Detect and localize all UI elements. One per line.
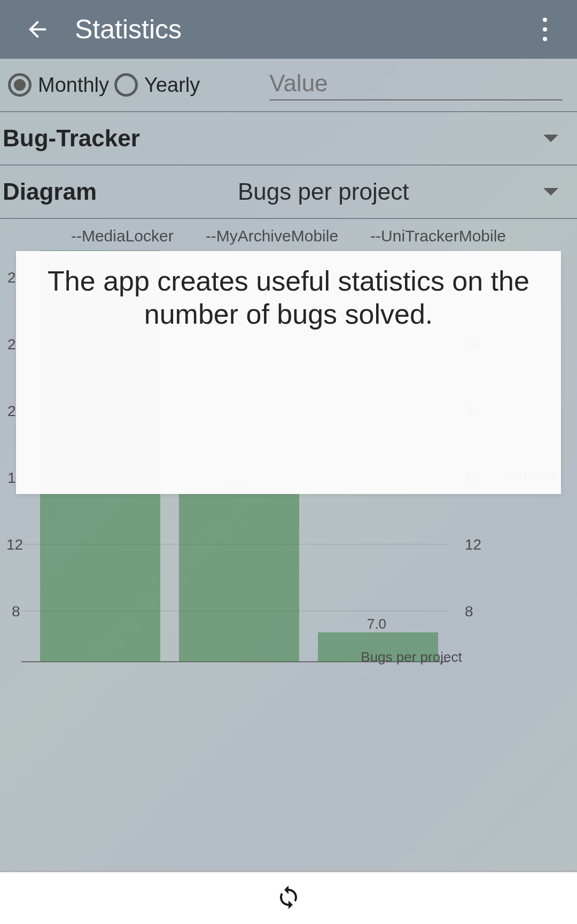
info-card: The app creates useful statistics on the… (16, 251, 561, 494)
y-tick: 1 (7, 469, 16, 486)
bugtracker-dropdown[interactable]: Bug-Tracker (0, 112, 577, 166)
right-tick: 8 (465, 603, 473, 620)
arrow-left-icon (25, 17, 50, 42)
value-label: 7.0 (367, 616, 386, 632)
chart-legend: --MediaLocker --MyArchiveMobile --UniTra… (0, 227, 577, 250)
diagram-value: Bugs per project (238, 178, 409, 205)
radio-unselected-icon (114, 73, 138, 97)
refresh-button[interactable] (276, 884, 301, 912)
y-tick: 8 (12, 603, 20, 620)
right-tick: 12 (465, 536, 481, 553)
legend-item: --UniTrackerMobile (370, 227, 506, 245)
radio-monthly[interactable]: Monthly (8, 73, 109, 97)
value-input[interactable] (269, 70, 563, 100)
radio-monthly-label: Monthly (38, 74, 109, 97)
chart-axis-title: Bugs per project (361, 649, 462, 665)
chevron-down-icon (543, 135, 558, 142)
filter-row: Monthly Yearly (0, 59, 577, 112)
more-vert-icon (543, 18, 547, 41)
radio-yearly-label: Yearly (144, 74, 200, 97)
y-tick: 2 (7, 269, 16, 286)
page-title: Statistics (75, 14, 529, 45)
radio-yearly[interactable]: Yearly (114, 73, 200, 97)
period-radio-group: Monthly Yearly (8, 73, 205, 97)
legend-item: --MediaLocker (71, 227, 174, 245)
more-options-button[interactable] (529, 13, 561, 45)
radio-selected-icon (8, 73, 32, 97)
bottom-bar (0, 871, 577, 924)
refresh-icon (276, 884, 301, 910)
app-header: Statistics (0, 0, 577, 59)
back-button[interactable] (21, 13, 53, 45)
info-text: The app creates useful statistics on the… (21, 264, 556, 331)
diagram-label: Diagram (3, 178, 238, 205)
y-tick: 2 (7, 403, 16, 419)
y-tick: 2 (7, 336, 16, 353)
chart-bar (179, 491, 299, 662)
chevron-down-icon (543, 188, 558, 195)
diagram-dropdown[interactable]: Diagram Bugs per project (0, 166, 577, 219)
y-tick: 12 (6, 536, 23, 553)
bugtracker-label: Bug-Tracker (3, 125, 543, 152)
legend-item: --MyArchiveMobile (206, 227, 338, 245)
